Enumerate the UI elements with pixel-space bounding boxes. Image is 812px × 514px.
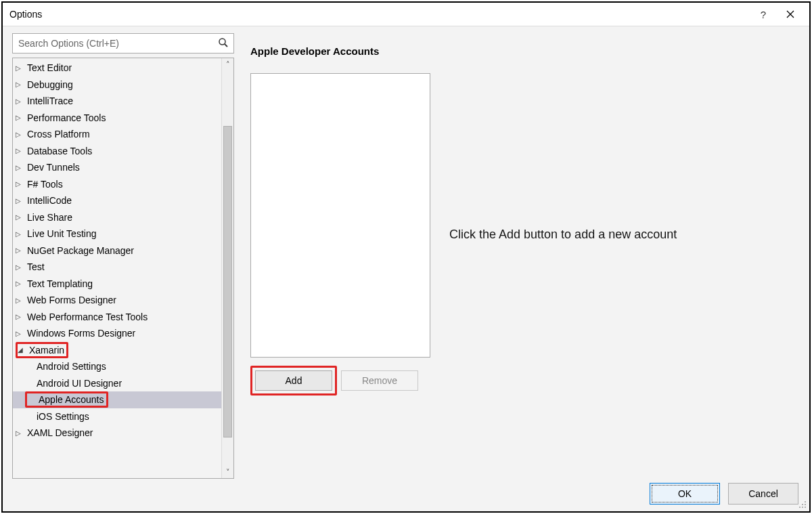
tree-item-debugging[interactable]: ▷Debugging (13, 77, 221, 93)
scroll-thumb[interactable] (223, 126, 232, 437)
tree-item-label: Web Performance Test Tools (25, 311, 150, 323)
chevron-right-icon: ▷ (16, 313, 24, 320)
tree-item-web-performance-test-tools[interactable]: ▷Web Performance Test Tools (13, 309, 221, 326)
scrollbar[interactable]: ˄ ˅ (221, 58, 233, 478)
tree-item-live-unit-testing[interactable]: ▷Live Unit Testing (13, 226, 221, 242)
tree-item-label: Cross Platform (25, 128, 92, 140)
tree-item-intellitrace[interactable]: ▷IntelliTrace (13, 93, 221, 110)
svg-point-2 (805, 501, 806, 502)
titlebar: Options ? (3, 3, 809, 26)
tree-item-dev-tunnels[interactable]: ▷Dev Tunnels (13, 159, 221, 176)
tree-item-label: F# Tools (25, 178, 65, 190)
chevron-right-icon: ▷ (16, 164, 24, 171)
dialog-footer: OK Cancel (12, 479, 800, 505)
chevron-right-icon: ▷ (16, 429, 24, 437)
tree-item-xaml-designer[interactable]: ▷XAML Designer (13, 425, 221, 442)
tree-item-label: Apple Accounts (37, 393, 106, 406)
annotation-highlight: Apple Accounts (25, 391, 108, 408)
chevron-right-icon: ▷ (16, 280, 24, 287)
tree-item-test[interactable]: ▷Test (13, 259, 221, 276)
tree-item-label: Android Settings (35, 360, 108, 372)
scroll-up-icon[interactable]: ˄ (222, 58, 233, 70)
svg-point-5 (799, 507, 800, 508)
chevron-right-icon: ▷ (16, 297, 24, 304)
chevron-right-icon: ▷ (16, 197, 24, 205)
tree-item-apple-accounts[interactable]: Apple Accounts (13, 391, 221, 408)
remove-button: Remove (341, 370, 418, 391)
tree-item-label: Live Unit Testing (25, 228, 98, 240)
tree-item-ios-settings[interactable]: iOS Settings (13, 408, 221, 425)
tree-item-label: IntelliTrace (25, 95, 75, 107)
help-button[interactable]: ? (750, 4, 777, 24)
tree-item-web-forms-designer[interactable]: ▷Web Forms Designer (13, 292, 221, 309)
tree-item-performance-tools[interactable]: ▷Performance Tools (13, 110, 221, 127)
chevron-right-icon: ▷ (16, 263, 24, 271)
tree-item-xamarin[interactable]: ◢Xamarin (13, 342, 221, 359)
tree-item-label: Debugging (25, 79, 75, 91)
chevron-right-icon: ▷ (16, 98, 24, 105)
tree-item-label: Text Templating (25, 278, 95, 290)
tree-item-label: Dev Tunnels (25, 161, 82, 173)
accounts-listbox[interactable] (250, 73, 430, 358)
svg-point-4 (805, 504, 806, 505)
ok-button[interactable]: OK (650, 483, 720, 505)
client-area: ▷Text Editor▷Debugging▷IntelliTrace▷Perf… (3, 26, 809, 511)
tree-item-windows-forms-designer[interactable]: ▷Windows Forms Designer (13, 325, 221, 342)
svg-line-1 (225, 44, 227, 47)
tree-item-cross-platform[interactable]: ▷Cross Platform (13, 126, 221, 143)
chevron-right-icon: ▷ (16, 114, 24, 121)
chevron-right-icon: ▷ (16, 180, 24, 188)
tree-item-intellicode[interactable]: ▷IntelliCode (13, 192, 221, 209)
tree-item-label: IntelliCode (25, 194, 74, 207)
tree-item-live-share[interactable]: ▷Live Share (13, 209, 221, 226)
panel-title: Apple Developer Accounts (250, 45, 800, 57)
add-button[interactable]: Add (255, 370, 332, 391)
chevron-right-icon: ▷ (16, 131, 24, 138)
tree-item-label: Database Tools (25, 145, 94, 157)
tree-item-label: Text Editor (25, 62, 74, 74)
chevron-right-icon: ▷ (16, 247, 24, 254)
tree-item-label: Live Share (25, 211, 74, 223)
options-tree[interactable]: ▷Text Editor▷Debugging▷IntelliTrace▷Perf… (13, 58, 221, 478)
tree-item-f-tools[interactable]: ▷F# Tools (13, 176, 221, 193)
tree-item-text-editor[interactable]: ▷Text Editor (13, 60, 221, 77)
tree-container: ▷Text Editor▷Debugging▷IntelliTrace▷Perf… (12, 58, 234, 479)
chevron-right-icon: ▷ (16, 230, 24, 238)
svg-point-7 (805, 507, 806, 508)
search-icon (218, 37, 229, 50)
tree-item-database-tools[interactable]: ▷Database Tools (13, 143, 221, 160)
svg-point-6 (802, 507, 803, 508)
tree-item-label: Test (25, 261, 47, 273)
annotation-highlight: ◢Xamarin (16, 342, 68, 358)
tree-item-android-ui-designer[interactable]: Android UI Designer (13, 375, 221, 392)
tree-item-text-templating[interactable]: ▷Text Templating (13, 276, 221, 293)
chevron-right-icon: ▷ (16, 330, 24, 337)
svg-point-3 (802, 504, 803, 505)
chevron-right-icon: ▷ (16, 147, 24, 154)
chevron-right-icon: ▷ (16, 81, 24, 88)
close-button[interactable] (777, 4, 804, 24)
tree-item-label: Android UI Designer (35, 377, 124, 389)
right-panel: Apple Developer Accounts Add Remove Clic… (250, 33, 800, 479)
tree-item-label: XAML Designer (25, 427, 95, 439)
search-input[interactable] (12, 33, 234, 53)
add-highlight: Add (250, 366, 337, 395)
close-icon (786, 10, 794, 18)
svg-point-0 (219, 39, 225, 45)
tree-item-nuget-package-manager[interactable]: ▷NuGet Package Manager (13, 242, 221, 259)
chevron-right-icon: ▷ (16, 64, 24, 72)
tree-item-label: Performance Tools (25, 112, 108, 124)
tree-item-label: Xamarin (27, 344, 66, 356)
chevron-right-icon: ▷ (16, 213, 24, 221)
tree-item-label: Windows Forms Designer (25, 327, 137, 339)
scroll-down-icon[interactable]: ˅ (222, 466, 233, 478)
cancel-button[interactable]: Cancel (728, 483, 798, 505)
tree-item-android-settings[interactable]: Android Settings (13, 358, 221, 375)
options-dialog: Options ? ▷Text Editor▷Debugging▷Intelli… (1, 1, 811, 513)
chevron-down-icon: ◢ (18, 346, 26, 354)
tree-item-label: NuGet Package Manager (25, 244, 136, 257)
tree-item-label: iOS Settings (35, 410, 91, 423)
tree-item-label: Web Forms Designer (25, 294, 118, 306)
empty-hint: Click the Add button to add a new accoun… (449, 73, 800, 395)
window-title: Options (9, 9, 750, 20)
